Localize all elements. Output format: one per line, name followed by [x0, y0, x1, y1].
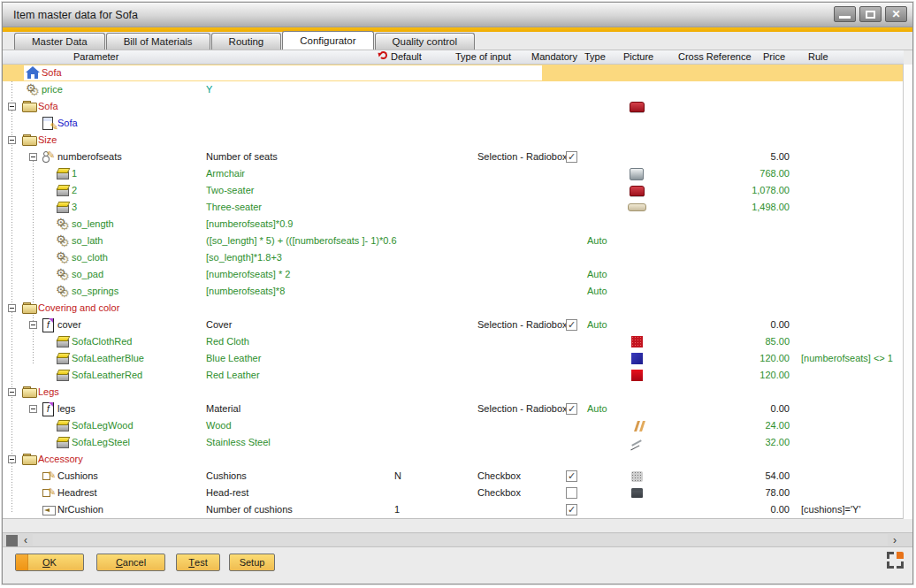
expander-collapse-icon[interactable]	[8, 455, 16, 463]
parameter-label: Headrest	[57, 487, 97, 498]
expander-collapse-icon[interactable]	[29, 405, 37, 413]
type-cell: Auto	[587, 403, 607, 414]
tree-row-2[interactable]: 2Two-seater1,078.00	[3, 182, 904, 199]
inline-edit-box[interactable]	[24, 65, 542, 80]
parameter-label: Sofa	[57, 118, 78, 128]
description-cell: Armchair	[206, 168, 245, 179]
tree-row-so-pad[interactable]: so_pad[numberofseats] * 2Auto	[3, 266, 904, 283]
parameter-label: cover	[57, 319, 81, 330]
option-box-icon	[56, 200, 70, 214]
tree-row-sofa[interactable]: Sofa	[3, 115, 904, 132]
ok-button[interactable]: OK	[15, 554, 84, 571]
tree-row-sofaleatherblue[interactable]: SofaLeatherBlueBlue Leather120.00[number…	[3, 350, 904, 367]
parameter-label: so_lath	[72, 235, 103, 246]
vertical-scrollbar[interactable]	[903, 65, 912, 519]
tab-configurator[interactable]: Configurator	[282, 31, 373, 50]
picture-cushion-speckled-icon	[626, 469, 647, 484]
column-type-of-input[interactable]: Type of input	[455, 51, 511, 62]
column-type[interactable]: Type	[584, 51, 606, 62]
mandatory-checkbox[interactable]	[566, 470, 577, 482]
picture-swatch-red-texture-icon	[626, 334, 647, 349]
scrollbar-track[interactable]	[33, 534, 888, 546]
parameter-label: Legs	[38, 386, 59, 397]
folder-icon	[22, 301, 36, 315]
gear-icon	[56, 284, 70, 298]
tree-row-legs[interactable]: Legs	[3, 384, 904, 401]
price-cell: 0.00	[683, 403, 790, 414]
picture-swatch-blue-icon	[626, 351, 647, 366]
column-parameter[interactable]: Parameter	[73, 51, 118, 62]
cancel-button[interactable]: Cancel	[96, 554, 165, 571]
parameter-label: 1	[72, 168, 77, 179]
column-price[interactable]: Price	[763, 51, 785, 62]
tree-row-1[interactable]: 1Armchair768.00	[3, 165, 904, 182]
tree-row-sofaclothred[interactable]: SofaClothRedRed Cloth85.00	[3, 333, 904, 350]
expander-collapse-icon[interactable]	[29, 321, 37, 329]
type-cell: Auto	[587, 286, 607, 296]
tree-row-nrcushion[interactable]: NrCushionNumber of cushions10.00[cushion…	[3, 501, 904, 518]
expander-collapse-icon[interactable]	[8, 136, 16, 144]
tree-row-3[interactable]: 3Three-seater1,498.00	[3, 199, 904, 216]
title-bar[interactable]: Item master data for Sofa ✕	[3, 3, 912, 27]
column-picture[interactable]: Picture	[623, 51, 653, 62]
mandatory-checkbox[interactable]	[566, 487, 577, 499]
tree-row-sofa[interactable]: Sofa	[3, 98, 904, 115]
scrollbar-thumb[interactable]	[6, 535, 18, 546]
mandatory-checkbox[interactable]	[566, 504, 577, 515]
home-icon	[26, 65, 40, 80]
left-arrow-icon[interactable]: ‹	[19, 533, 33, 546]
tree-row-numberofseats[interactable]: numberofseatsNumber of seatsSelection - …	[3, 149, 904, 165]
mandatory-checkbox[interactable]	[566, 151, 577, 163]
mandatory-checkbox[interactable]	[566, 403, 577, 415]
parameter-label: Covering and color	[38, 302, 119, 313]
tree-row-sofalegsteel[interactable]: SofaLegSteelStainless Steel32.00	[3, 434, 904, 451]
tree-row-so-lath[interactable]: so_lath([so_length] * 5) + (([numberofse…	[3, 233, 904, 249]
type-of-input-cell: Checkbox	[477, 470, 521, 481]
checkbox-param-icon	[42, 469, 56, 483]
expander-collapse-icon[interactable]	[8, 103, 16, 111]
column-header-row[interactable]: Parameter Default Type of input Mandator…	[3, 50, 904, 65]
tree-row-so-springs[interactable]: so_springs[numberofseats]*8Auto	[3, 283, 904, 300]
corner-br	[897, 561, 904, 569]
tree-row-accessory[interactable]: Accessory	[3, 451, 904, 468]
close-button[interactable]: ✕	[885, 6, 907, 22]
expander-collapse-icon[interactable]	[8, 388, 16, 396]
rule-cell: [numberofseats] <> 1	[801, 353, 893, 363]
expander-collapse-icon[interactable]	[8, 304, 16, 312]
description-cell: Blue Leather	[206, 353, 261, 363]
tree-row-legs[interactable]: legsMaterialSelection - RadioboxAuto0.00	[3, 401, 904, 417]
test-button[interactable]: Test	[176, 554, 220, 571]
tree-row-covering-and-color[interactable]: Covering and color	[3, 300, 904, 317]
price-cell: 78.00	[683, 487, 790, 498]
expand-form-icon[interactable]	[887, 552, 904, 569]
tree-row-cover[interactable]: coverCoverSelection - RadioboxAuto0.00	[3, 317, 904, 333]
tree-row-price[interactable]: priceY	[3, 81, 904, 98]
horizontal-scrollbar[interactable]: ‹ ›	[3, 532, 913, 547]
right-arrow-icon[interactable]: ›	[888, 533, 902, 546]
tree-row-so-cloth[interactable]: so_cloth[so_length]*1.8+3	[3, 249, 904, 266]
column-mandatory[interactable]: Mandatory	[531, 51, 577, 62]
minimize-button[interactable]	[834, 6, 856, 22]
tree-row-headrest[interactable]: HeadrestHead-restCheckbox78.00	[3, 485, 904, 501]
tab-master-data[interactable]: Master Data	[14, 33, 105, 50]
expander-collapse-icon[interactable]	[29, 153, 37, 161]
description-cell: [numberofseats]*0.9	[206, 218, 293, 229]
tree-row-sofalegwood[interactable]: SofaLegWoodWood24.00	[3, 417, 904, 434]
column-default[interactable]: Default	[391, 51, 422, 62]
tree-row-cushions[interactable]: CushionsCushionsNCheckbox54.00	[3, 468, 904, 485]
tree-row-size[interactable]: Size	[3, 132, 904, 149]
mandatory-checkbox[interactable]	[566, 319, 577, 331]
tree-row-so-length[interactable]: so_length[numberofseats]*0.9	[3, 216, 904, 233]
description-cell: Number of cushions	[206, 504, 293, 515]
maximize-button[interactable]	[859, 6, 882, 22]
tree-row-sofa[interactable]: Sofa	[3, 65, 904, 81]
description-cell: Cushions	[206, 470, 247, 481]
tree-row-sofaleatherred[interactable]: SofaLeatherRedRed Leather120.00	[3, 367, 904, 384]
column-rule[interactable]: Rule	[808, 51, 828, 62]
setup-button[interactable]: Setup	[229, 554, 275, 571]
column-cross-reference[interactable]: Cross Reference	[678, 51, 752, 62]
parameter-label: Cushions	[57, 470, 98, 481]
tab-quality-control[interactable]: Quality control	[375, 33, 476, 50]
tab-bill-of-materials[interactable]: Bill of Materials	[106, 33, 210, 50]
tab-routing[interactable]: Routing	[211, 33, 282, 50]
